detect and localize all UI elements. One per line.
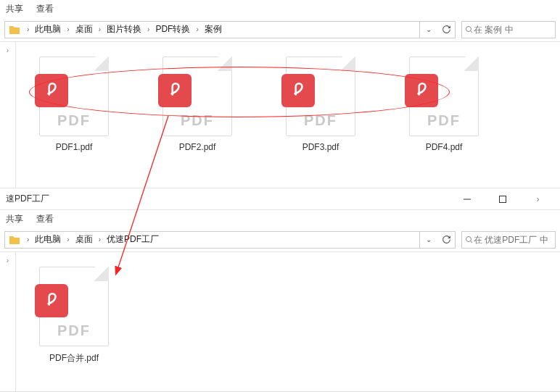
breadcrumb-item[interactable]: 桌面 — [74, 232, 94, 247]
history-dropdown[interactable]: ⌄ — [420, 232, 437, 248]
files-pane[interactable]: PDF PDF1.pdf PDF PDF2.pdf PDF PDF3.pdf — [16, 42, 560, 188]
titlebar: 速PDF工厂 › — [0, 188, 560, 210]
folder-icon — [9, 235, 20, 245]
chevron-right-icon: › — [94, 25, 105, 33]
breadcrumb-item[interactable]: 此电脑 — [33, 22, 62, 37]
file-label: PDF4.pdf — [426, 142, 463, 152]
window-top: 共享 查看 › 此电脑 › 桌面 › 图片转换 › PDF转换 › 案例 ⌄ — [0, 0, 560, 188]
search-box[interactable] — [461, 21, 556, 38]
refresh-icon[interactable] — [437, 22, 455, 38]
search-icon — [465, 25, 474, 34]
chevron-right-icon: › — [62, 25, 73, 33]
breadcrumb-item[interactable]: 优速PDF工厂 — [105, 232, 160, 247]
chevron-right-icon: › — [7, 257, 9, 264]
content-area: › PDF PDF合并.pdf — [0, 252, 560, 391]
chevron-right-icon: › — [94, 235, 105, 243]
file-item[interactable]: PDF PDF3.pdf — [284, 57, 357, 152]
toolbar: 共享 查看 — [0, 0, 560, 17]
svg-point-4 — [466, 236, 472, 241]
toolbar: 共享 查看 — [0, 210, 560, 228]
chevron-right-icon: › — [7, 46, 9, 54]
search-icon — [465, 235, 474, 244]
chevron-right-icon: › — [22, 235, 33, 243]
svg-line-1 — [471, 30, 473, 33]
file-label: PDF1.pdf — [56, 142, 93, 152]
breadcrumb-item[interactable]: 桌面 — [74, 22, 94, 37]
chevron-right-icon: › — [192, 25, 202, 33]
svg-rect-3 — [499, 196, 506, 202]
breadcrumb[interactable]: › 此电脑 › 桌面 › 优速PDF工厂 ⌄ — [4, 231, 456, 249]
folder-icon — [9, 25, 20, 35]
pdf-icon: PDF — [39, 57, 109, 136]
svg-point-0 — [466, 26, 472, 31]
chevron-right-icon: › — [22, 25, 33, 33]
history-dropdown[interactable]: ⌄ — [420, 22, 437, 38]
tab-view[interactable]: 查看 — [36, 3, 54, 15]
nav-pane-collapsed[interactable]: › — [0, 252, 16, 391]
breadcrumb-item[interactable]: 案例 — [203, 22, 223, 37]
breadcrumb[interactable]: › 此电脑 › 桌面 › 图片转换 › PDF转换 › 案例 ⌄ — [4, 21, 456, 38]
pdf-icon: PDF — [162, 57, 232, 136]
address-bar-row: › 此电脑 › 桌面 › 优速PDF工厂 ⌄ — [0, 228, 560, 252]
search-input[interactable] — [474, 235, 555, 245]
pdf-icon: PDF — [286, 57, 355, 136]
search-box[interactable] — [461, 231, 556, 249]
tab-share[interactable]: 共享 — [6, 3, 23, 15]
tab-view[interactable]: 查看 — [36, 213, 54, 225]
file-item[interactable]: PDF PDF4.pdf — [408, 57, 480, 152]
address-bar-row: › 此电脑 › 桌面 › 图片转换 › PDF转换 › 案例 ⌄ — [0, 17, 560, 42]
file-item[interactable]: PDF PDF合并.pdf — [38, 267, 110, 364]
breadcrumb-item[interactable]: 图片转换 — [105, 22, 143, 37]
pdf-icon: PDF — [409, 57, 479, 136]
refresh-icon[interactable] — [437, 232, 455, 248]
tab-share[interactable]: 共享 — [6, 213, 23, 225]
maximize-button[interactable] — [486, 189, 519, 209]
window-bottom: 速PDF工厂 › 共享 查看 › 此电脑 › 桌面 › 优速PDF工厂 ⌄ — [0, 188, 560, 392]
file-label: PDF2.pdf — [179, 142, 216, 152]
content-area: › PDF PDF1.pdf PDF PDF2.pdf — [0, 42, 560, 188]
chevron-right-icon: › — [143, 25, 154, 33]
files-pane[interactable]: PDF PDF合并.pdf — [16, 252, 560, 391]
file-item[interactable]: PDF PDF2.pdf — [161, 57, 234, 152]
nav-pane-collapsed[interactable]: › — [0, 42, 16, 188]
file-label: PDF合并.pdf — [49, 352, 99, 364]
window-title: 速PDF工厂 — [6, 193, 49, 205]
search-input[interactable] — [474, 25, 555, 35]
chevron-right-icon: › — [62, 235, 73, 243]
breadcrumb-item[interactable]: PDF转换 — [154, 22, 192, 37]
svg-line-5 — [471, 241, 473, 243]
close-button[interactable]: › — [522, 189, 554, 209]
file-label: PDF3.pdf — [302, 142, 339, 152]
minimize-button[interactable] — [450, 189, 483, 209]
file-item[interactable]: PDF PDF1.pdf — [38, 57, 110, 152]
pdf-icon: PDF — [39, 267, 109, 346]
breadcrumb-item[interactable]: 此电脑 — [33, 232, 62, 247]
